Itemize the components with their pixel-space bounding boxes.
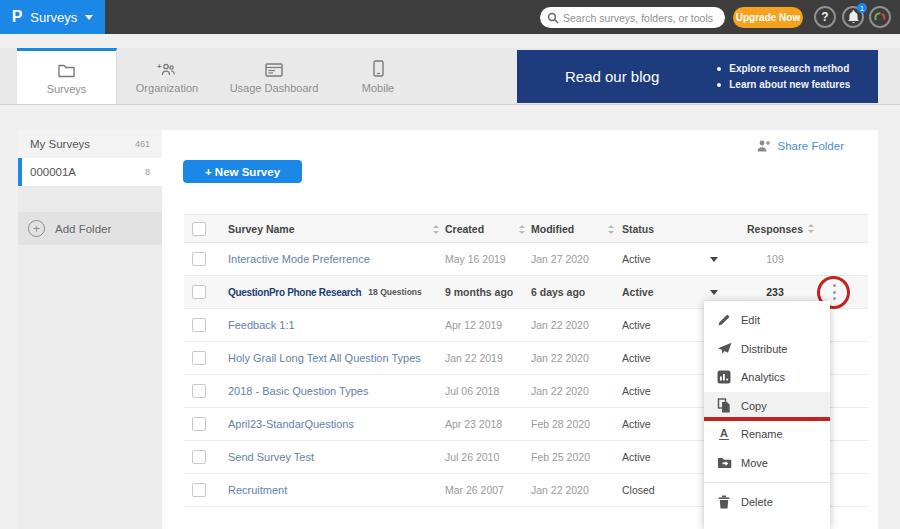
menu-separator [704, 482, 830, 483]
add-folder-button[interactable]: + Add Folder [18, 212, 162, 245]
tab-label: Surveys [47, 83, 87, 95]
svg-text:+: + [157, 62, 162, 71]
people-add-icon: + [157, 59, 177, 77]
col-status[interactable]: Status [622, 215, 654, 242]
annotation-underline [704, 417, 830, 421]
sidebar-gap [18, 186, 162, 212]
col-survey-name[interactable]: Survey Name [228, 215, 295, 242]
row-checkbox[interactable] [192, 450, 206, 464]
tab-mobile[interactable]: Mobile [331, 48, 425, 104]
tab-label: Organization [136, 82, 198, 94]
share-folder-link[interactable]: Share Folder [755, 140, 844, 152]
tab-label: Usage Dashboard [230, 82, 319, 94]
folder-icon [58, 60, 75, 78]
mobile-icon [373, 59, 384, 77]
survey-name-link[interactable]: Recruitment [228, 484, 287, 496]
col-created[interactable]: Created [445, 215, 484, 242]
bullet-dot [717, 67, 721, 71]
bell-icon [847, 10, 860, 24]
table-header: Survey Name Created Modified Status Resp… [184, 214, 868, 243]
survey-name-link[interactable]: 2018 - Basic Question Types [228, 385, 368, 397]
menu-item-analytics[interactable]: Analytics [704, 363, 830, 392]
search-icon [547, 12, 559, 24]
row-checkbox[interactable] [192, 252, 206, 266]
module-tabs: Surveys + Organization Usage Dashboard [0, 48, 900, 105]
chevron-down-icon [85, 15, 93, 20]
menu-item-distribute[interactable]: Distribute [704, 335, 830, 364]
menu-item-copy[interactable]: Copy [704, 392, 830, 421]
folder-label: My Surveys [30, 138, 90, 150]
question-count: 18 Questions [368, 287, 421, 297]
pencil-icon [716, 312, 732, 328]
plus-circle-icon: + [28, 220, 45, 237]
global-search[interactable] [540, 7, 725, 28]
row-checkbox[interactable] [192, 318, 206, 332]
bar-chart-icon [716, 369, 732, 385]
notification-badge: 1 [857, 3, 867, 13]
folder-count: 461 [135, 139, 150, 149]
row-context-menu: Edit Distribute Analytics Copy A Rena [704, 301, 830, 529]
product-switcher[interactable]: P Surveys [0, 0, 105, 34]
share-folder-label: Share Folder [778, 140, 844, 152]
status-dropdown-icon[interactable] [710, 257, 718, 262]
survey-name-link[interactable]: Interactive Mode Preferrence [228, 253, 370, 265]
blog-bullet: Learn about new features [729, 79, 850, 90]
trash-icon [716, 494, 732, 510]
add-folder-label: Add Folder [55, 223, 111, 235]
rename-icon: A [716, 426, 732, 442]
dashboard-icon [265, 59, 283, 77]
bullet-dot [717, 83, 721, 87]
questionpro-logo: P [12, 8, 23, 26]
sort-status-icon[interactable] [608, 225, 615, 234]
folder-label: 000001A [30, 166, 76, 178]
row-checkbox[interactable] [192, 285, 206, 299]
row-checkbox[interactable] [192, 384, 206, 398]
copy-icon [716, 398, 732, 414]
table-row[interactable]: Interactive Mode Preferrence May 16 2019… [184, 243, 868, 276]
gauge-icon [873, 10, 887, 24]
sort-created-icon[interactable] [433, 225, 440, 234]
survey-name-link[interactable]: Feedback 1:1 [228, 319, 295, 331]
survey-name-link[interactable]: QuestionPro Phone Research [228, 287, 361, 298]
survey-name-link[interactable]: Send Survey Test [228, 451, 314, 463]
col-modified[interactable]: Modified [531, 215, 574, 242]
survey-name-link[interactable]: Holy Grail Long Text All Question Types [228, 352, 421, 364]
blog-bullet: Explore research method [729, 63, 849, 74]
menu-item-rename[interactable]: A Rename [704, 420, 830, 449]
row-checkbox[interactable] [192, 417, 206, 431]
help-button[interactable]: ? [814, 6, 836, 28]
move-folder-icon [716, 455, 732, 471]
feedback-gauge-button[interactable] [869, 6, 891, 28]
folders-sidebar: My Surveys 461 000001A 8 + Add Folder [18, 130, 162, 529]
menu-item-edit[interactable]: Edit [704, 306, 830, 335]
search-input[interactable] [563, 12, 718, 24]
blog-banner[interactable]: Read our blog Explore research method Le… [517, 50, 878, 103]
select-all-checkbox[interactable] [192, 222, 206, 236]
new-survey-button[interactable]: + New Survey [183, 160, 302, 183]
sidebar-item-000001A[interactable]: 000001A 8 [18, 158, 162, 186]
tab-organization[interactable]: + Organization [117, 48, 217, 104]
row-checkbox[interactable] [192, 483, 206, 497]
tab-surveys[interactable]: Surveys [17, 48, 117, 104]
sort-modified-icon[interactable] [519, 225, 526, 234]
send-icon [716, 341, 732, 357]
sort-responses-icon[interactable] [808, 224, 815, 233]
top-bar: P Surveys Upgrade Now ? 1 [0, 0, 900, 34]
upgrade-now-button[interactable]: Upgrade Now [733, 7, 803, 28]
blog-banner-title: Read our blog [565, 68, 659, 85]
survey-name-link[interactable]: April23-StandarQuestions [228, 418, 354, 430]
row-checkbox[interactable] [192, 351, 206, 365]
status-dropdown-icon[interactable] [710, 290, 718, 295]
folder-count: 8 [145, 167, 150, 177]
tab-usage-dashboard[interactable]: Usage Dashboard [217, 48, 331, 104]
menu-item-delete[interactable]: Delete [704, 488, 830, 517]
share-person-icon [755, 140, 771, 152]
question-mark-icon: ? [821, 10, 828, 24]
tab-label: Mobile [362, 82, 394, 94]
menu-item-move[interactable]: Move [704, 449, 830, 478]
app-name: Surveys [30, 10, 77, 25]
col-responses[interactable]: Responses [747, 215, 817, 242]
sidebar-item-my-surveys[interactable]: My Surveys 461 [18, 130, 162, 158]
